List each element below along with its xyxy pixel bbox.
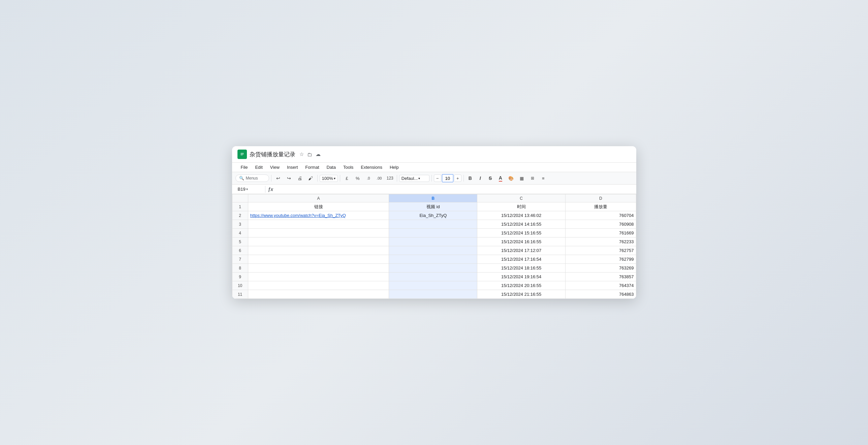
cell-c2[interactable]: 15/12/2024 13:46:02 <box>477 211 565 220</box>
cell-b3[interactable] <box>389 220 477 229</box>
menu-edit[interactable]: Edit <box>252 164 266 171</box>
print-button[interactable]: 🖨 <box>295 174 305 183</box>
strikethrough-button[interactable]: S <box>486 174 495 183</box>
cell-b11[interactable] <box>389 290 477 299</box>
cloud-icon[interactable]: ☁ <box>316 151 321 157</box>
cell-a11[interactable] <box>248 290 389 299</box>
menu-tools[interactable]: Tools <box>340 164 357 171</box>
cell-a4[interactable] <box>248 229 389 237</box>
font-size-increase-button[interactable]: + <box>454 175 461 182</box>
font-size-decrease-button[interactable]: − <box>434 175 441 182</box>
decimal-decrease-button[interactable]: .0 <box>364 174 373 183</box>
link-a2[interactable]: https://www.youtube.com/watch?v=Eia_Sh_Z… <box>250 213 346 218</box>
cell-a3[interactable] <box>248 220 389 229</box>
cell-a6[interactable] <box>248 246 389 255</box>
menu-file[interactable]: File <box>238 164 251 171</box>
cell-b9[interactable] <box>389 272 477 281</box>
table-row: 5 15/12/2024 16:16:55 762233 <box>232 237 636 246</box>
number-format-button[interactable]: 123 <box>385 174 395 183</box>
menu-extensions[interactable]: Extensions <box>358 164 386 171</box>
percent-button[interactable]: % <box>353 174 363 183</box>
currency-button[interactable]: £ <box>342 174 352 183</box>
menu-format[interactable]: Format <box>302 164 322 171</box>
cell-d5[interactable]: 762233 <box>565 237 636 246</box>
redo-button[interactable]: ↪ <box>284 174 294 183</box>
menu-insert[interactable]: Insert <box>284 164 302 171</box>
header-c[interactable]: 时间 <box>477 203 565 211</box>
cell-c4[interactable]: 15/12/2024 15:16:55 <box>477 229 565 237</box>
borders-button[interactable]: ▦ <box>517 174 526 183</box>
cell-a9[interactable] <box>248 272 389 281</box>
header-d[interactable]: 播放量 <box>565 203 636 211</box>
table-row: 7 15/12/2024 17:16:54 762799 <box>232 255 636 264</box>
menu-view[interactable]: View <box>267 164 283 171</box>
menu-data[interactable]: Data <box>323 164 339 171</box>
cell-c8[interactable]: 15/12/2024 18:16:55 <box>477 264 565 272</box>
cell-c11[interactable]: 15/12/2024 21:16:55 <box>477 290 565 299</box>
merge-button[interactable]: ⊞ <box>528 174 537 183</box>
italic-button[interactable]: I <box>476 174 485 183</box>
cell-b5[interactable] <box>389 237 477 246</box>
cell-b4[interactable] <box>389 229 477 237</box>
divider-1 <box>271 175 272 182</box>
cell-c5[interactable]: 15/12/2024 16:16:55 <box>477 237 565 246</box>
underline-button[interactable]: A <box>496 174 505 183</box>
cell-c7[interactable]: 15/12/2024 17:16:54 <box>477 255 565 264</box>
cell-d2[interactable]: 760704 <box>565 211 636 220</box>
font-dropdown[interactable]: Defaul... ▾ <box>399 175 430 182</box>
cell-b10[interactable] <box>389 281 477 290</box>
cell-d3[interactable]: 760908 <box>565 220 636 229</box>
header-b[interactable]: 视频 id <box>389 203 477 211</box>
row-num-4: 4 <box>232 229 248 237</box>
cell-a7[interactable] <box>248 255 389 264</box>
formula-input[interactable] <box>276 187 632 192</box>
col-header-b[interactable]: B <box>389 195 477 203</box>
zoom-value: 100% <box>322 176 333 181</box>
header-a[interactable]: 链接 <box>248 203 389 211</box>
cell-c9[interactable]: 15/12/2024 19:16:54 <box>477 272 565 281</box>
cell-a10[interactable] <box>248 281 389 290</box>
document-title: 杂货铺播放量记录 <box>250 151 296 158</box>
cell-a8[interactable] <box>248 264 389 272</box>
col-header-a[interactable]: A <box>248 195 389 203</box>
cell-c3[interactable]: 15/12/2024 14:16:55 <box>477 220 565 229</box>
row-num-1: 1 <box>232 203 248 211</box>
bold-button[interactable]: B <box>466 174 474 183</box>
cell-d9[interactable]: 763857 <box>565 272 636 281</box>
formula-icon[interactable]: ƒx <box>268 187 274 192</box>
cell-c10[interactable]: 15/12/2024 20:16:55 <box>477 281 565 290</box>
table-row: 8 15/12/2024 18:16:55 763269 <box>232 264 636 272</box>
search-menus[interactable]: 🔍 Menus <box>236 175 269 182</box>
undo-button[interactable]: ↩ <box>274 174 283 183</box>
col-header-d[interactable]: D <box>565 195 636 203</box>
divider-6 <box>463 175 464 182</box>
table-row: 10 15/12/2024 20:16:55 764374 <box>232 281 636 290</box>
cell-c6[interactable]: 15/12/2024 17:12:07 <box>477 246 565 255</box>
fill-color-button[interactable]: 🎨 <box>506 174 516 183</box>
align-button[interactable]: ≡ <box>538 174 548 183</box>
cell-d11[interactable]: 764863 <box>565 290 636 299</box>
cell-d7[interactable]: 762799 <box>565 255 636 264</box>
cell-a5[interactable] <box>248 237 389 246</box>
search-icon: 🔍 <box>239 176 244 181</box>
cell-a2[interactable]: https://www.youtube.com/watch?v=Eia_Sh_Z… <box>248 211 389 220</box>
cell-b7[interactable] <box>389 255 477 264</box>
col-header-c[interactable]: C <box>477 195 565 203</box>
star-icon[interactable]: ☆ <box>300 151 304 157</box>
cell-b6[interactable] <box>389 246 477 255</box>
cell-b8[interactable] <box>389 264 477 272</box>
cell-d6[interactable]: 762757 <box>565 246 636 255</box>
font-size-value[interactable]: 10 <box>442 174 453 182</box>
decimal-increase-button[interactable]: .00 <box>375 174 384 183</box>
cell-d8[interactable]: 763269 <box>565 264 636 272</box>
zoom-dropdown[interactable]: 100% ▾ <box>320 175 338 182</box>
cell-d4[interactable]: 761669 <box>565 229 636 237</box>
menu-help[interactable]: Help <box>386 164 402 171</box>
cell-b2[interactable]: Eia_Sh_ZTyQ <box>389 211 477 220</box>
app-icon <box>238 150 247 159</box>
folder-icon[interactable]: 🗀 <box>307 152 312 157</box>
app-window: 杂货铺播放量记录 ☆ 🗀 ☁ File Edit View Insert For… <box>232 146 636 299</box>
cell-d10[interactable]: 764374 <box>565 281 636 290</box>
paint-format-button[interactable]: 🖌 <box>306 174 315 183</box>
cell-reference[interactable]: B19 ▾ <box>236 186 262 193</box>
